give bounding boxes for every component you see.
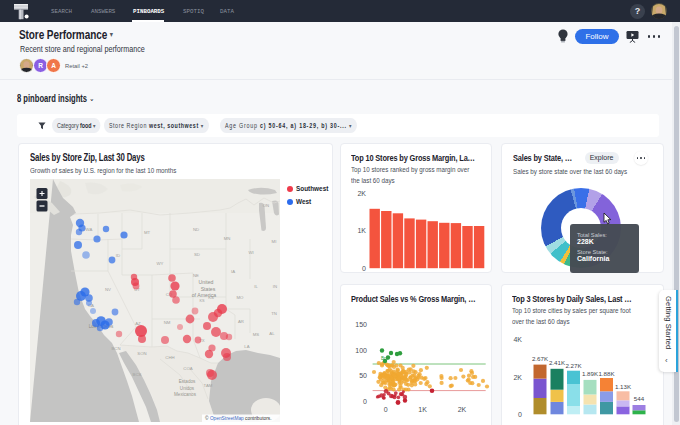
svg-text:Unidos: Unidos <box>180 386 195 391</box>
svg-text:KS: KS <box>199 299 205 303</box>
svg-text:Bra: Bra <box>381 356 389 361</box>
svg-text:2.27K: 2.27K <box>565 362 582 369</box>
svg-text:CHH: CHH <box>165 355 174 360</box>
svg-text:SON: SON <box>137 351 146 356</box>
svg-text:50: 50 <box>359 372 367 379</box>
svg-text:AL: AL <box>269 331 275 336</box>
svg-text:MI: MI <box>272 239 277 244</box>
svg-text:MO: MO <box>237 295 245 300</box>
svg-text:BCS: BCS <box>133 372 142 377</box>
svg-text:1.13K: 1.13K <box>615 383 632 390</box>
svg-text:1.88K: 1.88K <box>598 370 615 377</box>
svg-text:COA: COA <box>183 366 192 371</box>
svg-text:NM: NM <box>164 320 171 325</box>
svg-text:MS: MS <box>253 332 260 337</box>
svg-text:2K: 2K <box>513 374 522 381</box>
svg-text:1K: 1K <box>357 227 366 234</box>
svg-text:WY: WY <box>157 261 164 266</box>
svg-text:544: 544 <box>634 395 645 402</box>
svg-text:WA: WA <box>86 227 93 232</box>
svg-text:ND: ND <box>193 227 199 232</box>
svg-text:LA: LA <box>244 344 249 349</box>
svg-text:NV: NV <box>105 287 111 292</box>
svg-text:ON: ON <box>263 203 269 208</box>
svg-text:of America: of America <box>192 292 217 298</box>
svg-text:IA: IA <box>231 269 235 274</box>
svg-text:ID: ID <box>116 253 120 258</box>
svg-text:WI: WI <box>248 250 253 255</box>
svg-text:SD: SD <box>194 252 200 257</box>
svg-text:150: 150 <box>355 321 367 328</box>
svg-text:0: 0 <box>518 411 522 418</box>
svg-text:© OpenStreetMap contributors.: © OpenStreetMap contributors. <box>205 415 271 421</box>
svg-text:2K: 2K <box>458 406 467 413</box>
svg-text:MN: MN <box>224 236 231 241</box>
svg-text:4K: 4K <box>513 336 522 343</box>
svg-text:NE: NE <box>193 273 199 278</box>
svg-text:0: 0 <box>363 398 367 405</box>
svg-text:TAM: TAM <box>204 383 213 388</box>
svg-text:2K: 2K <box>357 190 366 197</box>
svg-text:United: United <box>199 279 214 285</box>
svg-text:States: States <box>201 286 216 292</box>
svg-text:MT: MT <box>144 230 151 235</box>
svg-text:Estados: Estados <box>179 379 196 384</box>
svg-text:0: 0 <box>384 406 388 413</box>
svg-text:1.89K: 1.89K <box>582 370 599 377</box>
svg-text:TN: TN <box>271 311 277 316</box>
svg-text:Mexicanos: Mexicanos <box>174 392 197 397</box>
svg-text:1K: 1K <box>418 406 427 413</box>
svg-text:AR: AR <box>238 319 244 324</box>
svg-text:100: 100 <box>355 347 367 354</box>
svg-text:BCN: BCN <box>111 346 120 351</box>
svg-text:IN: IN <box>273 284 277 289</box>
svg-text:2.41K: 2.41K <box>549 359 566 366</box>
svg-text:IL: IL <box>254 284 258 289</box>
svg-text:2.67K: 2.67K <box>532 355 549 362</box>
svg-text:0: 0 <box>362 265 366 272</box>
